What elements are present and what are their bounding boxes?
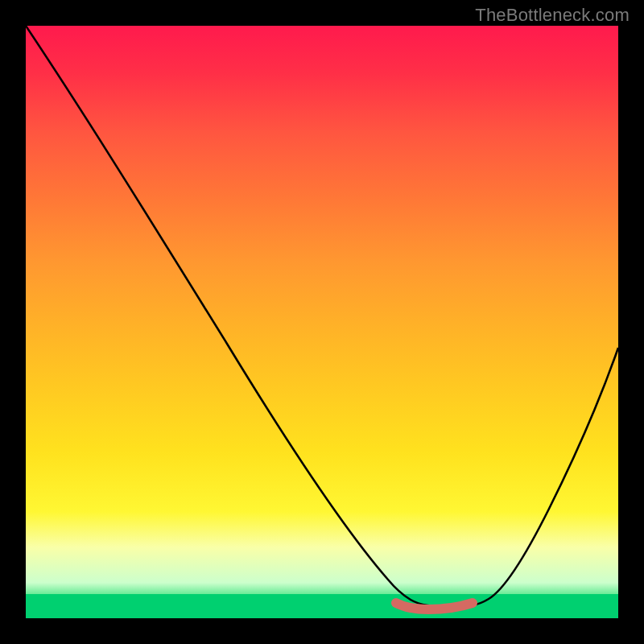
watermark-text: TheBottleneck.com [475, 5, 630, 26]
chart-frame: TheBottleneck.com [0, 0, 644, 644]
plot-area [26, 26, 618, 618]
optimal-range-highlight [396, 603, 473, 609]
bottleneck-curve [26, 26, 618, 607]
chart-svg [26, 26, 618, 618]
